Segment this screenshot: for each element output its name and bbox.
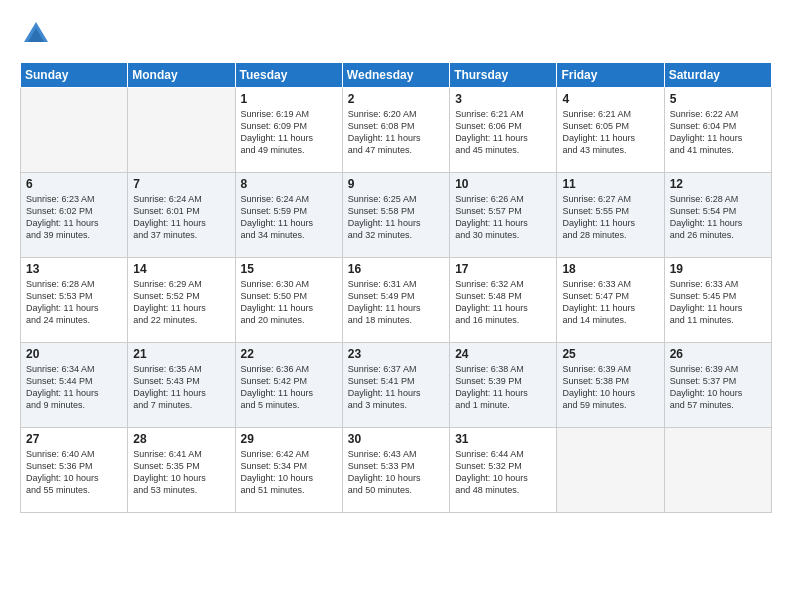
day-number: 13 [26, 262, 122, 276]
col-header-tuesday: Tuesday [235, 63, 342, 88]
day-number: 15 [241, 262, 337, 276]
calendar-cell: 7Sunrise: 6:24 AM Sunset: 6:01 PM Daylig… [128, 173, 235, 258]
col-header-friday: Friday [557, 63, 664, 88]
day-number: 19 [670, 262, 766, 276]
calendar-cell: 23Sunrise: 6:37 AM Sunset: 5:41 PM Dayli… [342, 343, 449, 428]
calendar-cell: 18Sunrise: 6:33 AM Sunset: 5:47 PM Dayli… [557, 258, 664, 343]
col-header-saturday: Saturday [664, 63, 771, 88]
day-number: 12 [670, 177, 766, 191]
calendar-cell: 13Sunrise: 6:28 AM Sunset: 5:53 PM Dayli… [21, 258, 128, 343]
cell-info: Sunrise: 6:39 AM Sunset: 5:38 PM Dayligh… [562, 363, 658, 412]
calendar-cell [557, 428, 664, 513]
cell-info: Sunrise: 6:34 AM Sunset: 5:44 PM Dayligh… [26, 363, 122, 412]
day-number: 16 [348, 262, 444, 276]
calendar-cell: 12Sunrise: 6:28 AM Sunset: 5:54 PM Dayli… [664, 173, 771, 258]
calendar-cell: 25Sunrise: 6:39 AM Sunset: 5:38 PM Dayli… [557, 343, 664, 428]
day-number: 17 [455, 262, 551, 276]
day-number: 28 [133, 432, 229, 446]
day-number: 8 [241, 177, 337, 191]
calendar-cell [664, 428, 771, 513]
cell-info: Sunrise: 6:35 AM Sunset: 5:43 PM Dayligh… [133, 363, 229, 412]
day-number: 9 [348, 177, 444, 191]
calendar-cell [21, 88, 128, 173]
day-number: 21 [133, 347, 229, 361]
calendar-cell: 20Sunrise: 6:34 AM Sunset: 5:44 PM Dayli… [21, 343, 128, 428]
day-number: 7 [133, 177, 229, 191]
cell-info: Sunrise: 6:26 AM Sunset: 5:57 PM Dayligh… [455, 193, 551, 242]
cell-info: Sunrise: 6:24 AM Sunset: 5:59 PM Dayligh… [241, 193, 337, 242]
day-number: 25 [562, 347, 658, 361]
cell-info: Sunrise: 6:27 AM Sunset: 5:55 PM Dayligh… [562, 193, 658, 242]
day-number: 29 [241, 432, 337, 446]
day-number: 30 [348, 432, 444, 446]
cell-info: Sunrise: 6:28 AM Sunset: 5:54 PM Dayligh… [670, 193, 766, 242]
page: SundayMondayTuesdayWednesdayThursdayFrid… [0, 0, 792, 612]
calendar-cell: 10Sunrise: 6:26 AM Sunset: 5:57 PM Dayli… [450, 173, 557, 258]
logo-icon [22, 20, 50, 48]
calendar-cell: 31Sunrise: 6:44 AM Sunset: 5:32 PM Dayli… [450, 428, 557, 513]
day-number: 2 [348, 92, 444, 106]
calendar-cell: 15Sunrise: 6:30 AM Sunset: 5:50 PM Dayli… [235, 258, 342, 343]
cell-info: Sunrise: 6:30 AM Sunset: 5:50 PM Dayligh… [241, 278, 337, 327]
cell-info: Sunrise: 6:23 AM Sunset: 6:02 PM Dayligh… [26, 193, 122, 242]
calendar-cell: 9Sunrise: 6:25 AM Sunset: 5:58 PM Daylig… [342, 173, 449, 258]
calendar-cell: 2Sunrise: 6:20 AM Sunset: 6:08 PM Daylig… [342, 88, 449, 173]
cell-info: Sunrise: 6:33 AM Sunset: 5:45 PM Dayligh… [670, 278, 766, 327]
calendar-cell: 5Sunrise: 6:22 AM Sunset: 6:04 PM Daylig… [664, 88, 771, 173]
day-number: 11 [562, 177, 658, 191]
calendar-cell: 3Sunrise: 6:21 AM Sunset: 6:06 PM Daylig… [450, 88, 557, 173]
calendar-cell: 30Sunrise: 6:43 AM Sunset: 5:33 PM Dayli… [342, 428, 449, 513]
cell-info: Sunrise: 6:42 AM Sunset: 5:34 PM Dayligh… [241, 448, 337, 497]
col-header-wednesday: Wednesday [342, 63, 449, 88]
cell-info: Sunrise: 6:29 AM Sunset: 5:52 PM Dayligh… [133, 278, 229, 327]
calendar-header-row: SundayMondayTuesdayWednesdayThursdayFrid… [21, 63, 772, 88]
calendar-cell: 16Sunrise: 6:31 AM Sunset: 5:49 PM Dayli… [342, 258, 449, 343]
cell-info: Sunrise: 6:21 AM Sunset: 6:05 PM Dayligh… [562, 108, 658, 157]
calendar-row: 27Sunrise: 6:40 AM Sunset: 5:36 PM Dayli… [21, 428, 772, 513]
cell-info: Sunrise: 6:41 AM Sunset: 5:35 PM Dayligh… [133, 448, 229, 497]
cell-info: Sunrise: 6:43 AM Sunset: 5:33 PM Dayligh… [348, 448, 444, 497]
day-number: 14 [133, 262, 229, 276]
calendar-row: 6Sunrise: 6:23 AM Sunset: 6:02 PM Daylig… [21, 173, 772, 258]
day-number: 5 [670, 92, 766, 106]
day-number: 20 [26, 347, 122, 361]
day-number: 10 [455, 177, 551, 191]
calendar-cell: 17Sunrise: 6:32 AM Sunset: 5:48 PM Dayli… [450, 258, 557, 343]
day-number: 22 [241, 347, 337, 361]
col-header-monday: Monday [128, 63, 235, 88]
calendar-row: 13Sunrise: 6:28 AM Sunset: 5:53 PM Dayli… [21, 258, 772, 343]
cell-info: Sunrise: 6:44 AM Sunset: 5:32 PM Dayligh… [455, 448, 551, 497]
cell-info: Sunrise: 6:24 AM Sunset: 6:01 PM Dayligh… [133, 193, 229, 242]
day-number: 24 [455, 347, 551, 361]
calendar-cell: 29Sunrise: 6:42 AM Sunset: 5:34 PM Dayli… [235, 428, 342, 513]
calendar-cell: 22Sunrise: 6:36 AM Sunset: 5:42 PM Dayli… [235, 343, 342, 428]
calendar-cell: 28Sunrise: 6:41 AM Sunset: 5:35 PM Dayli… [128, 428, 235, 513]
header [20, 20, 772, 48]
calendar-cell: 4Sunrise: 6:21 AM Sunset: 6:05 PM Daylig… [557, 88, 664, 173]
calendar-cell: 14Sunrise: 6:29 AM Sunset: 5:52 PM Dayli… [128, 258, 235, 343]
cell-info: Sunrise: 6:36 AM Sunset: 5:42 PM Dayligh… [241, 363, 337, 412]
calendar-cell: 1Sunrise: 6:19 AM Sunset: 6:09 PM Daylig… [235, 88, 342, 173]
cell-info: Sunrise: 6:31 AM Sunset: 5:49 PM Dayligh… [348, 278, 444, 327]
calendar-row: 20Sunrise: 6:34 AM Sunset: 5:44 PM Dayli… [21, 343, 772, 428]
logo [20, 20, 50, 48]
cell-info: Sunrise: 6:25 AM Sunset: 5:58 PM Dayligh… [348, 193, 444, 242]
cell-info: Sunrise: 6:38 AM Sunset: 5:39 PM Dayligh… [455, 363, 551, 412]
col-header-sunday: Sunday [21, 63, 128, 88]
day-number: 23 [348, 347, 444, 361]
calendar-cell: 24Sunrise: 6:38 AM Sunset: 5:39 PM Dayli… [450, 343, 557, 428]
calendar-cell: 11Sunrise: 6:27 AM Sunset: 5:55 PM Dayli… [557, 173, 664, 258]
day-number: 27 [26, 432, 122, 446]
cell-info: Sunrise: 6:28 AM Sunset: 5:53 PM Dayligh… [26, 278, 122, 327]
cell-info: Sunrise: 6:20 AM Sunset: 6:08 PM Dayligh… [348, 108, 444, 157]
calendar-cell: 6Sunrise: 6:23 AM Sunset: 6:02 PM Daylig… [21, 173, 128, 258]
calendar-cell: 21Sunrise: 6:35 AM Sunset: 5:43 PM Dayli… [128, 343, 235, 428]
day-number: 26 [670, 347, 766, 361]
day-number: 1 [241, 92, 337, 106]
calendar-cell: 19Sunrise: 6:33 AM Sunset: 5:45 PM Dayli… [664, 258, 771, 343]
cell-info: Sunrise: 6:32 AM Sunset: 5:48 PM Dayligh… [455, 278, 551, 327]
calendar-cell: 26Sunrise: 6:39 AM Sunset: 5:37 PM Dayli… [664, 343, 771, 428]
cell-info: Sunrise: 6:40 AM Sunset: 5:36 PM Dayligh… [26, 448, 122, 497]
calendar-cell: 8Sunrise: 6:24 AM Sunset: 5:59 PM Daylig… [235, 173, 342, 258]
cell-info: Sunrise: 6:19 AM Sunset: 6:09 PM Dayligh… [241, 108, 337, 157]
